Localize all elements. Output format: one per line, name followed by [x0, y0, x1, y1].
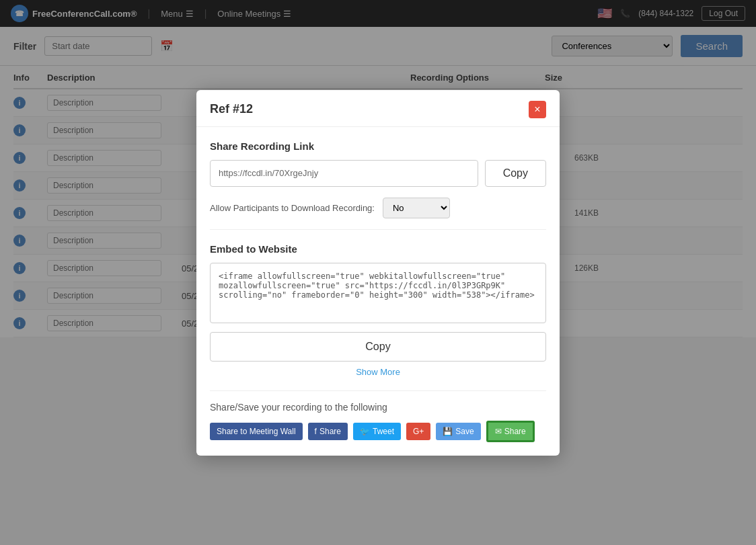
share-url-input[interactable]: [210, 160, 478, 187]
modal-close-button[interactable]: ×: [529, 101, 546, 118]
allow-download-row: Allow Participants to Download Recording…: [210, 198, 546, 230]
copy-embed-button[interactable]: Copy: [210, 332, 546, 338]
modal-header: Ref #12 ×: [196, 90, 560, 127]
modal-body: Share Recording Link Copy Allow Particip…: [196, 127, 560, 338]
allow-download-select[interactable]: No Yes: [383, 198, 450, 218]
modal-overlay: Ref #12 × Share Recording Link Copy Allo…: [0, 0, 756, 337]
modal-title: Ref #12: [210, 102, 253, 116]
share-link-title: Share Recording Link: [210, 140, 546, 152]
share-link-row: Copy: [210, 160, 546, 187]
embed-title: Embed to Website: [210, 243, 546, 255]
embed-section: Embed to Website <iframe allowfullscreen…: [210, 243, 546, 338]
copy-link-button[interactable]: Copy: [485, 160, 546, 187]
embed-code-textarea[interactable]: <iframe allowfullscreen="true" webkitall…: [210, 263, 546, 323]
allow-download-label: Allow Participants to Download Recording…: [210, 203, 375, 213]
share-modal: Ref #12 × Share Recording Link Copy Allo…: [196, 90, 560, 338]
